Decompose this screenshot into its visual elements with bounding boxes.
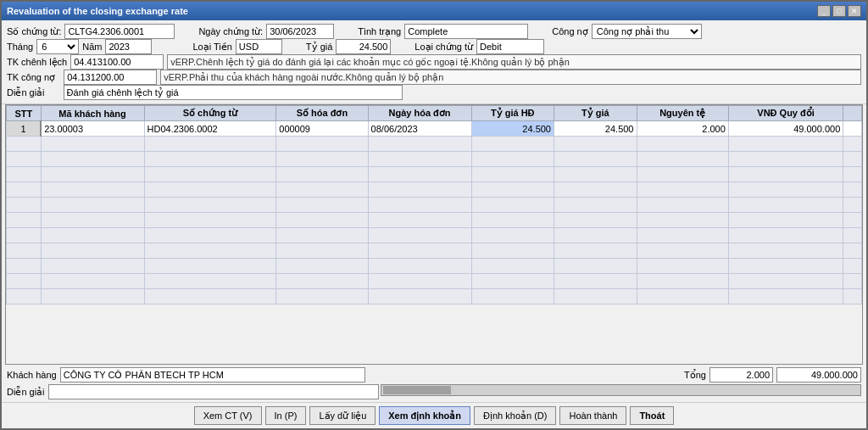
data-table: STT Mã khách hàng Số chứng từ Số hóa đơn… <box>6 105 862 304</box>
close-button[interactable]: ✕ <box>848 5 861 17</box>
loai-chung-tu-label: Loại chứng từ <box>415 42 473 53</box>
xem-dinh-khoan-button[interactable]: Xem định khoản <box>379 406 470 425</box>
tong-vnd-input <box>776 367 861 383</box>
cell-ma-kh: 23.00003 <box>41 121 144 137</box>
cong-no-select[interactable]: Công nợ phải thu <box>592 24 702 39</box>
main-window: Revaluation of the closing exchange rate… <box>0 0 868 430</box>
cell-scroll-spacer <box>843 121 862 137</box>
table-row <box>7 289 862 304</box>
cell-vnd: 49.000.000 <box>728 121 843 137</box>
col-so-hd: Số hóa đơn <box>276 106 368 121</box>
tk-chenh-lech-row: TK chênh lệch <box>7 54 861 70</box>
tk-cong-no-row: TK công nợ <box>7 70 861 85</box>
tong-area: Tổng <box>684 367 861 383</box>
loai-chung-tu-input[interactable] <box>476 39 544 54</box>
form-row-1: Số chứng từ: Ngày chứng từ: Tình trạng C… <box>7 24 861 39</box>
col-ngay-hd: Ngày hóa đơn <box>368 106 471 121</box>
tk-cong-no-desc-input <box>160 70 861 85</box>
dien-giai-input[interactable] <box>64 85 403 100</box>
ty-gia-label: Tỷ giá <box>306 42 332 53</box>
col-vnd: VNĐ Quy đổi <box>728 106 843 121</box>
tong-label: Tổng <box>684 370 706 381</box>
table-row <box>7 152 862 167</box>
table-row <box>7 167 862 182</box>
col-ty-gia-hd: Tỷ giá HĐ <box>471 106 554 121</box>
cell-so-ct: HD04.2306.0002 <box>144 121 276 137</box>
table-row <box>7 228 862 243</box>
horizontal-scrollbar[interactable] <box>381 384 861 396</box>
loai-tien-input[interactable] <box>236 39 282 54</box>
col-scroll <box>843 106 862 121</box>
table-row <box>7 198 862 213</box>
table-row <box>7 182 862 198</box>
table-row <box>7 243 862 259</box>
dien-giai-row: Diễn giải <box>7 85 861 100</box>
footer-row-1: Khách hàng Tổng <box>7 367 861 383</box>
form-row-2: Tháng 6 Năm Loại Tiền Tỷ giá Loại chứng … <box>7 39 861 54</box>
data-table-wrapper[interactable]: STT Mã khách hàng Số chứng từ Số hóa đơn… <box>5 104 863 365</box>
cong-no-label: Công nợ <box>552 26 587 37</box>
cell-stt: 1 <box>7 121 42 137</box>
col-ty-gia: Tỷ giá <box>554 106 637 121</box>
in-button[interactable]: In (P) <box>265 406 307 425</box>
nam-label: Năm <box>82 42 102 52</box>
tk-chenh-lech-desc-input <box>167 54 861 70</box>
dien-giai-label: Diễn giải <box>7 87 45 98</box>
thoat-button[interactable]: Thoát <box>630 406 674 425</box>
col-nguyen-te: Nguyên tệ <box>637 106 728 121</box>
tinh-trang-label: Tình trạng <box>358 26 401 37</box>
tk-chenh-lech-code-input[interactable] <box>70 54 164 70</box>
table-header-row: STT Mã khách hàng Số chứng từ Số hóa đơn… <box>7 106 862 121</box>
minimize-button[interactable]: _ <box>817 5 831 17</box>
col-stt: STT <box>7 106 42 121</box>
cell-ty-gia-hd: 24.500 <box>471 121 554 137</box>
xem-ct-button[interactable]: Xem CT (V) <box>194 406 262 425</box>
cell-ty-gia: 24.500 <box>554 121 637 137</box>
footer-dien-giai-label: Diễn giải <box>7 387 45 398</box>
footer-dien-giai-input[interactable] <box>48 384 379 399</box>
cell-ngay-hd: 08/06/2023 <box>368 121 471 137</box>
table-row <box>7 274 862 289</box>
button-row: Xem CT (V) In (P) Lấy dữ liệu Xem định k… <box>2 402 866 428</box>
table-row[interactable]: 1 23.00003 HD04.2306.0002 000009 08/06/2… <box>7 121 862 137</box>
window-title: Revaluation of the closing exchange rate <box>7 6 188 16</box>
loai-tien-label: Loại Tiền <box>192 42 231 53</box>
thang-label: Tháng <box>7 42 33 52</box>
scrollbar-thumb <box>383 386 451 394</box>
form-section: Số chứng từ: Ngày chứng từ: Tình trạng C… <box>2 20 866 104</box>
col-ma-kh: Mã khách hàng <box>41 106 144 121</box>
khach-hang-area: Khách hàng <box>7 367 677 383</box>
maximize-button[interactable]: □ <box>832 5 846 17</box>
hoan-thanh-button[interactable]: Hoàn thành <box>559 406 626 425</box>
col-so-ct: Số chứng từ <box>144 106 276 121</box>
table-section: STT Mã khách hàng Số chứng từ Số hóa đơn… <box>2 104 866 365</box>
footer-row-2: Diễn giải <box>7 384 861 399</box>
table-row <box>7 259 862 274</box>
khach-hang-input[interactable] <box>60 367 365 383</box>
so-chung-tu-label: Số chứng từ: <box>7 26 61 37</box>
tk-cong-no-label: TK công nợ <box>7 72 55 83</box>
tk-cong-no-code-input[interactable] <box>64 70 157 85</box>
cell-nguyen-te: 2.000 <box>637 121 728 137</box>
khach-hang-label: Khách hàng <box>7 370 57 380</box>
tinh-trang-input[interactable] <box>404 24 528 39</box>
ngay-chung-tu-label: Ngày chứng từ: <box>198 26 263 37</box>
tong-nguyen-te-input <box>709 367 773 383</box>
window-controls: _ □ ✕ <box>817 5 861 17</box>
nam-input[interactable] <box>105 39 152 54</box>
ngay-chung-tu-input[interactable] <box>266 24 334 39</box>
so-chung-tu-input[interactable] <box>64 24 175 39</box>
table-row <box>7 137 862 152</box>
title-bar: Revaluation of the closing exchange rate… <box>2 2 866 20</box>
ty-gia-input[interactable] <box>336 39 391 54</box>
dinh-khoan-button[interactable]: Định khoản (D) <box>474 406 556 425</box>
lay-du-lieu-button[interactable]: Lấy dữ liệu <box>309 406 376 425</box>
thang-select[interactable]: 6 <box>36 39 79 54</box>
cell-so-hd: 000009 <box>276 121 368 137</box>
tk-chenh-lech-label: TK chênh lệch <box>7 57 67 68</box>
footer-section: Khách hàng Tổng Diễn giải <box>2 365 866 402</box>
table-row <box>7 213 862 228</box>
